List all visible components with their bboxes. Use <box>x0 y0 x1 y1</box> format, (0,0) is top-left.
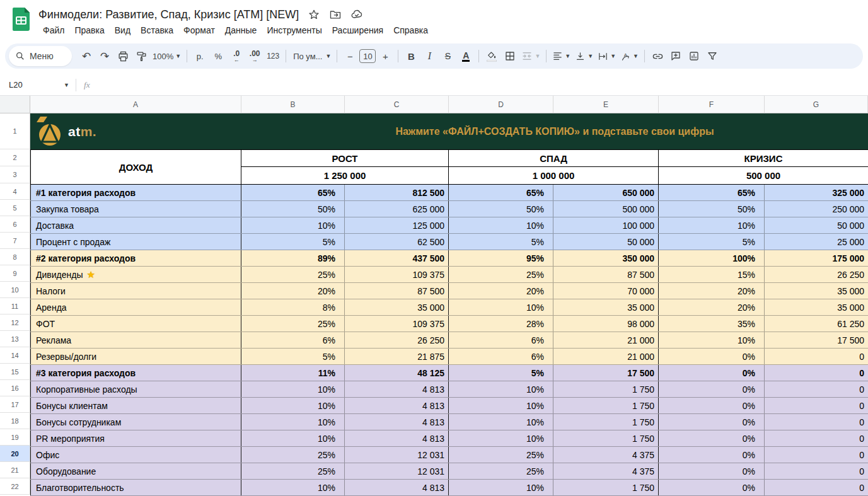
row-header-8[interactable]: 8 <box>0 249 30 265</box>
scenario-crisis[interactable]: КРИЗИС 500 000 <box>659 149 868 184</box>
cell-D16[interactable]: 10% <box>449 381 553 397</box>
cell-G21[interactable]: 0 <box>765 463 868 479</box>
cell-E11[interactable]: 35 000 <box>553 299 659 315</box>
cell-G14[interactable]: 0 <box>765 349 868 364</box>
cell-E20[interactable]: 4 375 <box>553 447 659 463</box>
cell-E12[interactable]: 98 000 <box>553 316 659 332</box>
row-header-3[interactable]: 3 <box>0 166 30 183</box>
cell-C17[interactable]: 4 813 <box>345 398 449 413</box>
cell-A20[interactable]: Офис <box>30 447 241 463</box>
cell-C6[interactable]: 125 000 <box>345 217 449 233</box>
cell-F22[interactable]: 0% <box>659 480 765 495</box>
cell-D22[interactable]: 10% <box>449 480 553 495</box>
cell-B19[interactable]: 10% <box>241 430 345 446</box>
cell-A12[interactable]: ФОТ <box>30 316 241 332</box>
cell-B22[interactable]: 10% <box>241 480 345 495</box>
cell-B15[interactable]: 11% <box>241 365 345 381</box>
row-header-17[interactable]: 17 <box>0 396 30 413</box>
cell-F11[interactable]: 20% <box>659 299 765 315</box>
cell-D7[interactable]: 5% <box>449 234 553 250</box>
cell-D10[interactable]: 20% <box>449 283 553 299</box>
banner-row[interactable]: atm. Нажмите «ФАЙЛ+СОЗДАТЬ КОПИЮ» и подс… <box>30 113 868 149</box>
document-title[interactable]: Финмодели: Развитие, Спад, Кризис [ATM] … <box>38 8 299 21</box>
paint-format-button[interactable] <box>132 47 150 65</box>
undo-button[interactable]: ↶ <box>78 47 95 65</box>
cell-B6[interactable]: 10% <box>241 217 345 233</box>
cell-A19[interactable]: PR мероприятия <box>30 430 241 446</box>
cell-G10[interactable]: 35 000 <box>765 283 868 299</box>
zoom-dropdown[interactable]: 100%▼ <box>151 47 183 65</box>
cell-F6[interactable]: 10% <box>659 217 765 233</box>
cell-C22[interactable]: 4 813 <box>345 480 449 495</box>
scenario-decline[interactable]: СПАД 1 000 000 <box>449 149 659 184</box>
column-header-G[interactable]: G <box>765 96 868 113</box>
cell-G16[interactable]: 0 <box>765 381 868 397</box>
cell-D14[interactable]: 6% <box>449 349 553 364</box>
format-percent-button[interactable]: % <box>209 47 227 65</box>
row-header-20[interactable]: 20 <box>0 446 30 462</box>
row-header-12[interactable]: 12 <box>0 314 30 331</box>
insert-chart-button[interactable] <box>685 47 703 65</box>
cell-B8[interactable]: 89% <box>241 250 345 266</box>
scenario-name[interactable]: КРИЗИС <box>659 150 868 167</box>
cell-D20[interactable]: 25% <box>449 447 553 463</box>
cell-E7[interactable]: 50 000 <box>553 234 659 250</box>
cell-F20[interactable]: 0% <box>659 447 765 463</box>
cell-C11[interactable]: 35 000 <box>345 299 449 315</box>
cell-B11[interactable]: 8% <box>241 299 345 315</box>
text-rotation-button[interactable]: A ▼ <box>618 47 640 65</box>
cell-A16[interactable]: Корпоративные расходы <box>30 381 241 397</box>
cell-F17[interactable]: 0% <box>659 398 765 413</box>
cell-F13[interactable]: 10% <box>659 332 765 348</box>
cell-A21[interactable]: Оборудование <box>30 463 241 479</box>
cell-F4[interactable]: 65% <box>659 185 765 200</box>
scenario-income-value[interactable]: 1 000 000 <box>449 167 658 184</box>
row-header-14[interactable]: 14 <box>0 347 30 364</box>
cell-C7[interactable]: 62 500 <box>345 234 449 250</box>
cell-G18[interactable]: 0 <box>765 414 868 430</box>
cell-C18[interactable]: 4 813 <box>345 414 449 430</box>
borders-button[interactable] <box>501 47 519 65</box>
cell-G6[interactable]: 50 000 <box>765 217 868 233</box>
cell-A5[interactable]: Закупка товара <box>30 201 241 217</box>
menu-инструменты[interactable]: Инструменты <box>262 24 326 37</box>
cell-B10[interactable]: 20% <box>241 283 345 299</box>
create-filter-button[interactable] <box>703 47 721 65</box>
cell-A11[interactable]: Аренда <box>30 299 241 315</box>
cell-A18[interactable]: Бонусы сотрудникам <box>30 414 241 430</box>
cell-E15[interactable]: 17 500 <box>553 365 659 381</box>
cell-G8[interactable]: 175 000 <box>765 250 868 266</box>
fill-color-button[interactable] <box>483 47 501 65</box>
cell-E9[interactable]: 87 500 <box>553 267 659 282</box>
bold-button[interactable]: B <box>402 47 420 65</box>
cell-A4[interactable]: #1 категория расходов <box>30 185 241 200</box>
column-header-F[interactable]: F <box>659 96 765 113</box>
cell-G11[interactable]: 35 000 <box>765 299 868 315</box>
menu-правка[interactable]: Правка <box>70 24 108 37</box>
cell-C5[interactable]: 625 000 <box>345 201 449 217</box>
move-folder-icon[interactable] <box>329 8 342 21</box>
cell-F16[interactable]: 0% <box>659 381 765 397</box>
cell-C20[interactable]: 12 031 <box>345 447 449 463</box>
cell-E22[interactable]: 1 750 <box>553 480 659 495</box>
row-header-6[interactable]: 6 <box>0 216 30 233</box>
strikethrough-button[interactable]: S <box>439 47 456 65</box>
row-header-7[interactable]: 7 <box>0 233 30 249</box>
insert-comment-button[interactable] <box>667 47 685 65</box>
cell-B14[interactable]: 5% <box>241 349 345 364</box>
cell-G17[interactable]: 0 <box>765 398 868 413</box>
cell-B9[interactable]: 25% <box>241 267 345 282</box>
cell-F8[interactable]: 100% <box>659 250 765 266</box>
cell-G7[interactable]: 25 000 <box>765 234 868 250</box>
text-wrapping-button[interactable]: ▼ <box>596 47 618 65</box>
cell-G4[interactable]: 325 000 <box>765 185 868 200</box>
cell-E13[interactable]: 21 000 <box>553 332 659 348</box>
column-header-A[interactable]: A <box>30 96 241 113</box>
cell-C19[interactable]: 4 813 <box>345 430 449 446</box>
cell-B17[interactable]: 10% <box>241 398 345 413</box>
cell-F7[interactable]: 5% <box>659 234 765 250</box>
cell-D9[interactable]: 25% <box>449 267 553 282</box>
column-header-C[interactable]: C <box>345 96 449 113</box>
row-header-22[interactable]: 22 <box>0 478 30 495</box>
merge-cells-button[interactable]: ▼ <box>519 47 542 65</box>
